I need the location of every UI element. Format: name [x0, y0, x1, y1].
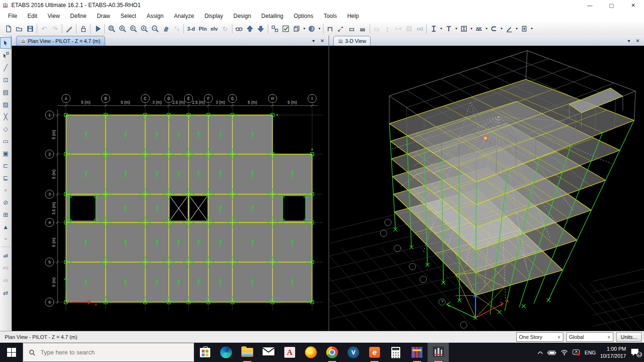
toolbar-view-elevation[interactable]: elv: [209, 23, 220, 34]
toolbar-move-down-in-list-icon[interactable]: [256, 23, 266, 34]
sidebar-quick-draw-grid[interactable]: ⊞: [0, 209, 11, 220]
toolbar-extruded-view-icon[interactable]: [291, 23, 302, 34]
units-button[interactable]: Units...: [616, 332, 642, 342]
3d-tab-menu-icon[interactable]: ▾: [628, 38, 630, 43]
toolbar-object-view-icon[interactable]: [234, 23, 245, 34]
sidebar-draw-link[interactable]: ⊘: [0, 197, 11, 208]
toolbar-restore-full-view-icon[interactable]: [117, 23, 128, 34]
menu-analyze[interactable]: Analyze: [169, 10, 199, 22]
toolbar-rubber-band-zoom-icon[interactable]: [106, 23, 117, 34]
taskbar-app-calculator[interactable]: [385, 343, 406, 362]
toolbar-object-shading-icon[interactable]: [306, 23, 317, 34]
taskbar-app-edge[interactable]: [215, 343, 237, 362]
dropdown-arrow-icon[interactable]: ▼: [514, 27, 519, 30]
3d-view-canvas[interactable]: XYZ: [329, 46, 644, 331]
start-button[interactable]: [0, 343, 23, 362]
dropdown-arrow-icon[interactable]: ▼: [499, 27, 504, 30]
sidebar-draw-window[interactable]: ▫: [0, 184, 11, 196]
taskbar-app-microsoft-store[interactable]: [194, 343, 215, 362]
search-input[interactable]: [40, 348, 169, 356]
toolbar-previous-zoom-icon[interactable]: [128, 23, 139, 34]
sidebar-draw-frame[interactable]: ⊡: [0, 74, 11, 85]
taskbar-app-v-player[interactable]: V: [343, 343, 364, 362]
dropdown-arrow-icon[interactable]: ▼: [484, 27, 488, 30]
sidebar-select-pointer-icon[interactable]: [0, 37, 11, 49]
sidebar-reshape-object-icon[interactable]: [0, 49, 11, 61]
sidebar-draw-curve[interactable]: ~: [0, 233, 11, 245]
sidebar-draw-wall[interactable]: ⊏: [0, 160, 11, 171]
3d-tab-close-icon[interactable]: ✕: [636, 38, 640, 43]
plan-tab-menu-icon[interactable]: ▾: [313, 38, 315, 43]
sidebar-invert-selection[interactable]: ⇄: [0, 287, 11, 298]
dropdown-arrow-icon[interactable]: ▼: [439, 27, 443, 30]
sidebar-draw-beam-column[interactable]: ▤: [0, 86, 11, 98]
dropdown-arrow-icon[interactable]: ▼: [469, 27, 473, 30]
taskbar-app-e-app[interactable]: e: [364, 343, 385, 362]
menu-design[interactable]: Design: [228, 10, 256, 22]
taskbar-app-firefox[interactable]: [300, 343, 322, 362]
minimize-button[interactable]: —: [579, 0, 601, 10]
language-indicator[interactable]: ENG: [585, 350, 596, 355]
taskbar-app-etabs[interactable]: [428, 343, 449, 362]
menu-view[interactable]: View: [42, 10, 65, 22]
taskbar-app-file-explorer[interactable]: [237, 343, 258, 362]
sidebar-quick-draw-area[interactable]: ▣: [0, 148, 11, 159]
toolbar-open-model-icon[interactable]: [14, 23, 25, 34]
toolbar-steel-joist-design-icon[interactable]: [473, 23, 484, 34]
toolbar-steel-frame-design-icon[interactable]: [428, 23, 439, 34]
sidebar-quick-draw-secondary-beams[interactable]: ╳: [0, 111, 11, 122]
story-mode-select[interactable]: One Story ∨: [516, 332, 563, 342]
menu-assign[interactable]: Assign: [141, 10, 169, 22]
maximize-button[interactable]: ▢: [601, 0, 622, 10]
dropdown-arrow-icon[interactable]: ▼: [454, 27, 458, 30]
toolbar-draw-joint-mode-icon[interactable]: [325, 23, 336, 34]
coord-system-select[interactable]: Global ∨: [566, 332, 613, 342]
sidebar-select-all[interactable]: all: [0, 250, 11, 262]
battery-icon[interactable]: [547, 350, 556, 355]
toolbar-view-3d[interactable]: 3-d: [185, 23, 197, 34]
sidebar-quick-draw-braces[interactable]: ▨: [0, 99, 11, 110]
sidebar-draw-rect-area[interactable]: ▭: [0, 135, 11, 147]
sidebar-draw-dimension[interactable]: ▲: [0, 221, 11, 232]
menu-display[interactable]: Display: [199, 10, 228, 22]
remote-assist-icon[interactable]: [572, 349, 580, 356]
wifi-icon[interactable]: [561, 349, 568, 355]
toolbar-concrete-frame-design-icon[interactable]: [443, 23, 454, 34]
menu-draw[interactable]: Draw: [92, 10, 116, 22]
taskbar-app-autocad[interactable]: A: [279, 343, 300, 362]
menu-edit[interactable]: Edit: [22, 10, 42, 22]
tab-plan-view[interactable]: Plan View - PILOT - Z = 4.7 (m): [16, 36, 105, 46]
toolbar-pan-view-icon[interactable]: [160, 23, 171, 34]
dropdown-arrow-icon[interactable]: ▼: [302, 27, 306, 30]
toolbar-zoom-out-icon[interactable]: [149, 23, 160, 34]
tab-3d-view[interactable]: 3-D View: [333, 36, 371, 46]
plan-tab-close-icon[interactable]: ✕: [321, 38, 324, 43]
toolbar-view-plan[interactable]: Pln: [197, 23, 209, 34]
menu-define[interactable]: Define: [65, 10, 92, 22]
menu-tools[interactable]: Tools: [318, 10, 342, 22]
taskbar-search[interactable]: [23, 343, 194, 362]
taskbar-app-mail[interactable]: [258, 343, 279, 362]
toolbar-snap-to-points-icon[interactable]: [336, 23, 347, 34]
menu-options[interactable]: Options: [289, 10, 318, 22]
sidebar-draw-floor-area[interactable]: ◇: [0, 123, 11, 134]
taskbar-app-chrome[interactable]: [322, 343, 343, 362]
toolbar-run-analysis-icon[interactable]: [92, 23, 103, 34]
toolbar-assign-wall-icon[interactable]: [357, 23, 368, 34]
taskbar-app-winrar[interactable]: [406, 343, 428, 362]
toolbar-display-options-icon[interactable]: [281, 23, 291, 34]
sidebar-draw-line[interactable]: ╱: [0, 62, 11, 73]
close-button[interactable]: ✕: [622, 0, 644, 10]
toolbar-shrink-objects-icon[interactable]: [270, 23, 281, 34]
toolbar-slab-design-icon[interactable]: [504, 23, 514, 34]
tray-chevron-icon[interactable]: [537, 351, 543, 354]
dropdown-arrow-icon[interactable]: ▼: [529, 27, 534, 30]
notification-icon[interactable]: 12: [630, 348, 643, 357]
toolbar-assign-frame-icon[interactable]: [347, 23, 357, 34]
toolbar-new-model-icon[interactable]: [3, 23, 14, 34]
dropdown-arrow-icon[interactable]: ▼: [317, 27, 322, 30]
toolbar-composite-beam-design-icon[interactable]: [458, 23, 469, 34]
sidebar-quick-draw-wall[interactable]: ⊑: [0, 172, 11, 183]
menu-detailing[interactable]: Detailing: [256, 10, 289, 22]
toolbar-move-up-in-list-icon[interactable]: [245, 23, 256, 34]
